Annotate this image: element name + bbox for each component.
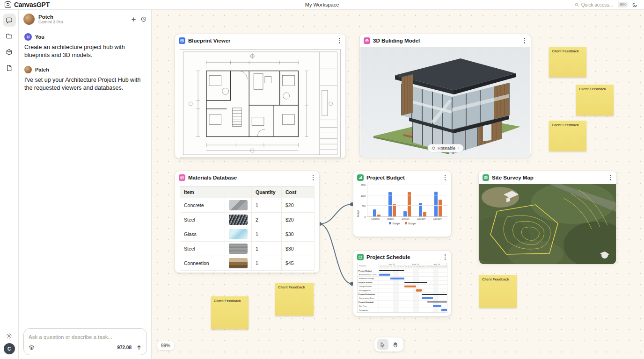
legend-item: Budget [405, 222, 416, 225]
bar[interactable] [408, 192, 411, 216]
new-chat-button[interactable] [131, 16, 136, 22]
sticky-note[interactable]: Client Feedback [275, 283, 314, 316]
card-site-survey-map[interactable]: Site Survey Map [478, 171, 617, 264]
plus-icon [131, 17, 136, 22]
cell-item: Concrete [180, 198, 225, 212]
cell-quantity: 1 [252, 198, 282, 212]
card-menu-button[interactable] [311, 174, 316, 181]
cell-cost: $20 [282, 212, 315, 227]
bar-group [403, 183, 411, 216]
card-menu-button[interactable] [443, 174, 448, 181]
sticky-note[interactable]: Client Feedback [211, 296, 249, 329]
app-logo[interactable]: CanvasGPT [0, 1, 152, 8]
history-button[interactable] [141, 16, 146, 22]
card-menu-button[interactable] [608, 174, 613, 181]
sticky-note[interactable]: Client Feedback [576, 85, 614, 115]
arrow-up-icon [136, 345, 142, 351]
gantt-task-label: Site Prep [358, 304, 379, 308]
bar[interactable] [419, 203, 422, 216]
column-header-image[interactable] [225, 186, 252, 198]
zoom-level-badge[interactable]: 99% [157, 341, 174, 350]
quick-access-search[interactable]: Quick access... [575, 2, 613, 7]
legend-label: Budget [393, 222, 400, 225]
sticky-note-label: Client Feedback [214, 299, 241, 303]
card-materials-database[interactable]: Materials Database Item Quantity Cost Co… [175, 171, 320, 273]
cell-quantity: 1 [252, 256, 282, 270]
dark-mode-toggle[interactable] [632, 2, 637, 7]
gantt-task-bar[interactable] [433, 305, 441, 307]
agent-name: Potch [38, 14, 127, 20]
model-layers-button[interactable] [29, 345, 35, 351]
gantt-task-bar[interactable] [379, 273, 390, 276]
gantt-summary-bar[interactable] [427, 302, 447, 302]
workspace-canvas[interactable]: Blueprint Viewer [152, 10, 644, 359]
pan-tool-button[interactable] [390, 339, 401, 350]
chat-input[interactable] [29, 334, 142, 340]
card-menu-button[interactable] [337, 37, 342, 44]
folder-icon [6, 33, 13, 40]
credits-counter: 972.08 [117, 345, 132, 350]
sticky-note[interactable]: Client Feedback [549, 47, 586, 77]
gantt-task-bar[interactable] [390, 278, 404, 280]
gantt-row [379, 281, 447, 285]
search-icon [575, 3, 579, 7]
select-tool-button[interactable] [377, 339, 388, 350]
survey-map-image[interactable] [479, 184, 616, 264]
rail-item-files[interactable] [3, 29, 16, 43]
gantt-task-bar[interactable] [416, 289, 422, 292]
card-project-schedule[interactable]: Project Schedule Timeline Project Budget… [353, 250, 452, 316]
shortcut-badge: ⌘K [618, 2, 628, 7]
cell-item: Conneetion [180, 256, 225, 270]
sticky-note[interactable]: Client Feedback [549, 121, 586, 151]
gantt-summary-bar[interactable] [422, 294, 447, 295]
budget-x-tick: Concrete [371, 218, 380, 220]
materials-row[interactable]: Steel1$30 [180, 241, 315, 256]
gantt-summary-bar[interactable] [379, 270, 404, 271]
materials-row[interactable]: Steel2$20 [180, 212, 315, 227]
materials-row[interactable]: Glass1$30 [180, 227, 315, 241]
chat-messages: U You Create an architecture project hub… [19, 29, 151, 103]
rotatable-chip[interactable]: Rotstable › [427, 144, 463, 152]
model-viewport[interactable]: Rotstable › [360, 47, 530, 158]
gantt-task-bar[interactable] [422, 297, 433, 300]
bar[interactable] [423, 212, 426, 216]
gantt-month-header: Mar '24 [427, 263, 447, 266]
user-avatar[interactable]: C [4, 343, 15, 354]
column-header-cost[interactable]: Cost [282, 186, 315, 198]
gantt-task-label: Project Summit [358, 281, 379, 285]
bar-group [388, 183, 396, 216]
column-header-item[interactable]: Item [180, 186, 225, 198]
card-menu-button[interactable] [443, 253, 448, 261]
card-3d-building-model[interactable]: 3D Buliding Model [359, 34, 531, 158]
chevron-right-icon: › [458, 146, 459, 151]
materials-row[interactable]: Concrete1$20 [180, 198, 315, 212]
bar[interactable] [439, 200, 442, 216]
card-project-budget[interactable]: Project Budget Budget 050010001500 Concr… [353, 171, 452, 237]
gantt-task-bar[interactable] [404, 286, 416, 288]
materials-row[interactable]: Conneetion1$45 [180, 256, 315, 270]
cell-item: Steel [180, 212, 225, 227]
bar[interactable] [393, 204, 396, 216]
settings-button[interactable] [6, 332, 13, 339]
bar[interactable] [403, 211, 407, 216]
card-menu-button[interactable] [522, 37, 527, 44]
gantt-row [379, 285, 447, 288]
rail-item-models[interactable] [3, 45, 16, 58]
gantt-summary-bar[interactable] [404, 282, 427, 283]
gear-icon [6, 332, 13, 339]
materials-header-row: Item Quantity Cost [180, 186, 315, 198]
gantt-task-label: Design Review [358, 285, 379, 288]
send-button[interactable] [136, 345, 142, 351]
gantt-task-bar[interactable] [441, 309, 447, 311]
bar[interactable] [377, 215, 381, 216]
column-header-quantity[interactable]: Quantity [252, 186, 282, 198]
message-author: Patch [35, 67, 49, 72]
bar[interactable] [373, 209, 376, 216]
rail-item-chat[interactable] [3, 14, 16, 27]
rail-item-docs[interactable] [3, 61, 16, 74]
gantt-row [379, 269, 447, 273]
sticky-note[interactable]: Client Feedback [479, 275, 517, 308]
bar[interactable] [388, 192, 392, 216]
cell-image [225, 256, 252, 270]
card-blueprint-viewer[interactable]: Blueprint Viewer [175, 34, 346, 158]
